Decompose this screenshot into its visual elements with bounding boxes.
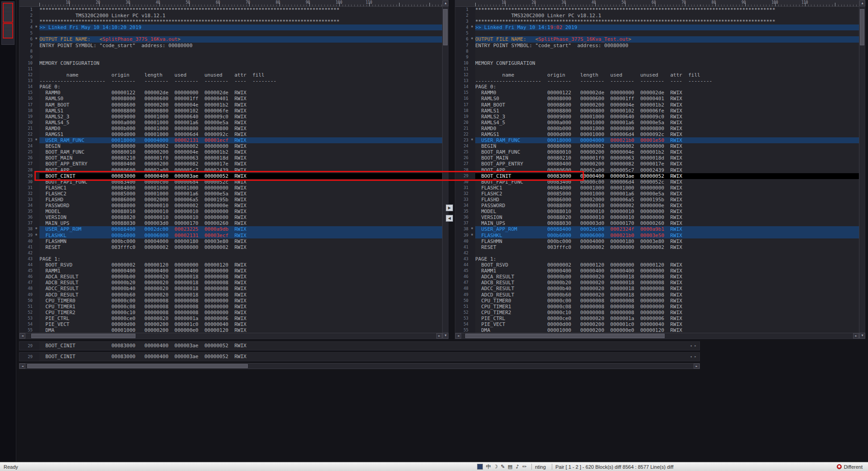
code-line-46[interactable]: 46 ADCA_RESULT 00000b00 00000020 0000001…: [19, 274, 442, 280]
code-line-49[interactable]: 49 ADCD_RESULT 00000b60 00000020 0000001…: [455, 292, 859, 298]
code-line-14[interactable]: 14PAGE 0:: [455, 84, 859, 90]
code-line-39[interactable]: 39* FLASHKL 000b6000 00006000 000021b0 0…: [455, 233, 859, 238]
code-line-47[interactable]: 47 ADCB_RESULT 00000b20 00000020 0000001…: [455, 280, 859, 286]
code-line-35[interactable]: 35 MODEL 00088010 00000010 00000010 0000…: [455, 209, 859, 214]
code-line-25[interactable]: 25 BOOT_RAM_FUNC 00080010 00000200 00000…: [455, 149, 859, 155]
code-line-1[interactable]: 1***************************************…: [19, 7, 442, 13]
copy-section-left-button[interactable]: ◀: [446, 215, 453, 222]
code-line-16[interactable]: 16 RAMLS0 00008000 00000600 000001ff 000…: [455, 96, 859, 102]
code-line-50[interactable]: 50 CPU_TIMER0 00000c00 00000008 00000008…: [19, 298, 442, 304]
code-line-23[interactable]: 23* USER_RAM_FUNC 00018000 00004000 0000…: [19, 137, 442, 143]
code-line-12[interactable]: 12 name origin length used unused attr f…: [455, 72, 859, 78]
scroll-up-arrow-icon[interactable]: ▲: [443, 0, 448, 6]
code-line-22[interactable]: 22 RAMGS1 0000d000 00001000 000006d4 000…: [19, 131, 442, 137]
code-line-17[interactable]: 17 RAM_BOOT 00008600 00000200 0000004e 0…: [455, 102, 859, 108]
code-line-40[interactable]: 40 FLASHMN 000bc000 00004000 00000180 00…: [455, 238, 859, 244]
code-line-44[interactable]: 44 BOOT_RSVD 00000002 00000120 00000000 …: [19, 262, 442, 268]
scroll-right-arrow-icon[interactable]: ►: [853, 333, 859, 339]
scroll-right-arrow-icon[interactable]: ►: [436, 333, 442, 339]
scrollbar-track[interactable]: [26, 364, 693, 369]
code-line-28[interactable]: 28 BOOT_APP 00080600 00002a00 000005c7 0…: [19, 167, 442, 173]
code-line-53[interactable]: 53 PIE_CTRL 00000ce0 00000020 0000001a 0…: [455, 316, 859, 321]
note-icon[interactable]: ♪: [514, 464, 521, 470]
row-scroll-arrows-icon[interactable]: ◂ ▸: [687, 342, 699, 350]
code-line-51[interactable]: 51 CPU_TIMER1 00000c08 00000008 00000008…: [455, 304, 859, 310]
code-line-27[interactable]: 27 BOOT_APP_ENTRY 00080400 00000200 0000…: [455, 161, 859, 167]
code-line-29[interactable]: 29 BOOT_CINIT 00083000 00000400 000003ae…: [19, 173, 442, 179]
crescent-icon[interactable]: ☽: [492, 464, 499, 470]
code-line-4[interactable]: 4*>> Linked Fri May 10 14:19:02 2019: [455, 24, 859, 30]
code-line-53[interactable]: 53 PIE_CTRL 00000ce0 00000020 0000001a 0…: [19, 316, 442, 321]
scrollbar-track[interactable]: [462, 333, 853, 339]
code-line-8[interactable]: 8: [455, 49, 859, 54]
left-code-area[interactable]: 1***************************************…: [19, 7, 442, 333]
scroll-down-arrow-icon[interactable]: ▼: [859, 333, 865, 339]
code-line-18[interactable]: 18 RAMLS1 00008800 00000800 00000102 000…: [455, 108, 859, 114]
code-line-42[interactable]: 42: [455, 250, 859, 256]
code-line-30[interactable]: 30 BOOT_FAPI_FUNC 00083400 00000c00 0000…: [19, 179, 442, 185]
code-line-35[interactable]: 35 MODEL 00088010 00000010 00000010 0000…: [19, 209, 442, 214]
code-line-26[interactable]: 26 BOOT_MAIN 00080210 000001f0 00000063 …: [455, 155, 859, 161]
code-line-48[interactable]: 48 ADCC_RESULT 00000b40 00000020 0000001…: [455, 286, 859, 291]
code-line-11[interactable]: 11: [455, 66, 859, 72]
code-line-23[interactable]: 23* USER_RAM_FUNC 00018000 00004000 0000…: [455, 137, 859, 143]
code-line-15[interactable]: 15 RAMM0 00000122 000002de 00000000 0000…: [455, 90, 859, 96]
scroll-left-arrow-icon[interactable]: ◄: [19, 364, 25, 369]
code-line-34[interactable]: 34 PASSWORD 00088000 00000010 00000002 0…: [455, 203, 859, 209]
left-horizontal-scrollbar[interactable]: ◄ ►: [19, 333, 442, 339]
code-line-15[interactable]: 15 RAMM0 00000122 000002de 00000000 0000…: [19, 90, 442, 96]
code-line-8[interactable]: 8: [19, 49, 442, 54]
code-line-29[interactable]: 29 BOOT_CINIT 00083000 00000400 000003ae…: [455, 173, 859, 179]
code-line-39[interactable]: 39* FLASHKL 000b6000 00006000 00002131 0…: [19, 233, 442, 238]
code-line-7[interactable]: 7ENTRY POINT SYMBOL: "code_start" addres…: [19, 43, 442, 49]
code-line-38[interactable]: 38* USER_APP_ROM 00088400 0002dc00 00023…: [19, 226, 442, 232]
tray-tile-icon[interactable]: [477, 464, 483, 470]
right-horizontal-scrollbar[interactable]: ◄ ►: [455, 333, 859, 339]
code-line-21[interactable]: 21 RAMD0 0000b000 00001000 00000800 0000…: [455, 126, 859, 131]
scroll-up-arrow-icon[interactable]: ▲: [859, 0, 865, 6]
code-line-55[interactable]: 55 DMA 00001000 00000200 000000e0 000001…: [19, 327, 442, 333]
scroll-down-arrow-icon[interactable]: ▼: [443, 333, 448, 339]
code-line-2[interactable]: 2 TMS320C2000 Linker PC v18.12.1: [455, 13, 859, 19]
code-line-17[interactable]: 17 RAM_BOOT 00008600 00000200 0000004e 0…: [19, 102, 442, 108]
scrollbar-thumb[interactable]: [443, 9, 448, 45]
scroll-left-arrow-icon[interactable]: ◄: [19, 333, 25, 339]
code-line-11[interactable]: 11: [19, 66, 442, 72]
scroll-left-arrow-icon[interactable]: ◄: [455, 333, 461, 339]
code-line-5[interactable]: 5: [19, 30, 442, 36]
code-line-45[interactable]: 45 RAMM1 00000400 00000400 00000400 0000…: [455, 268, 859, 274]
code-line-36[interactable]: 36 VERSION 00088020 00000010 00000010 00…: [455, 214, 859, 220]
scroll-right-arrow-icon[interactable]: ►: [694, 364, 699, 369]
code-line-31[interactable]: 31 FLASHC1 00084000 00001000 00001000 00…: [455, 185, 859, 191]
code-line-44[interactable]: 44 BOOT_RSVD 00000002 00000120 00000000 …: [455, 262, 859, 268]
code-line-10[interactable]: 10MEMORY CONFIGURATION: [19, 60, 442, 66]
bottom-horizontal-scrollbar[interactable]: ◄ ►: [19, 363, 700, 369]
code-line-3[interactable]: 3***************************************…: [455, 19, 859, 24]
code-line-14[interactable]: 14PAGE 0:: [19, 84, 442, 90]
code-line-31[interactable]: 31 FLASHC1 00084000 00001000 00001000 00…: [19, 185, 442, 191]
code-line-12[interactable]: 12 name origin length used unused attr f…: [19, 72, 442, 78]
pen-icon[interactable]: ✎: [499, 464, 506, 470]
code-line-4[interactable]: 4*>> Linked Fri May 10 14:10:20 2019: [19, 24, 442, 30]
code-line-19[interactable]: 19 RAMLS2_3 00009000 00001000 00000640 0…: [19, 114, 442, 120]
code-line-41[interactable]: 41 RESET 003fffc0 00000002 00000000 0000…: [455, 244, 859, 250]
code-line-34[interactable]: 34 PASSWORD 00088000 00000010 00000002 0…: [19, 203, 442, 209]
code-line-42[interactable]: 42: [19, 250, 442, 256]
code-line-18[interactable]: 18 RAMLS1 00008800 00000800 00000102 000…: [19, 108, 442, 114]
code-line-2[interactable]: 2 TMS320C2000 Linker PC v18.12.1: [19, 13, 442, 19]
code-line-13[interactable]: 13---------------------- -------- ------…: [19, 78, 442, 84]
left-vertical-scrollbar[interactable]: ▲ ▼: [442, 0, 448, 339]
current-line-row[interactable]: 29 BOOT_CINIT 00083000 00000400 000003ae…: [19, 341, 700, 350]
scrollbar-thumb[interactable]: [27, 364, 248, 368]
code-line-24[interactable]: 24 BEGIN 00080000 00000002 00000002 0000…: [455, 143, 859, 149]
pencil-icon[interactable]: ✏: [521, 464, 528, 470]
code-line-9[interactable]: 9: [455, 54, 859, 60]
code-line-43[interactable]: 43PAGE 1:: [19, 256, 442, 262]
code-line-6[interactable]: 6*OUTPUT FILE NAME: <SplitPhase_377S_16K…: [455, 36, 859, 42]
code-line-48[interactable]: 48 ADCC_RESULT 00000b40 00000020 0000001…: [19, 286, 442, 291]
code-line-46[interactable]: 46 ADCA_RESULT 00000b00 00000020 0000001…: [455, 274, 859, 280]
scrollbar-track[interactable]: [859, 6, 865, 333]
code-line-36[interactable]: 36 VERSION 00088020 00000010 00000010 00…: [19, 214, 442, 220]
code-line-33[interactable]: 33 FLASHD 00086000 00002000 000006a5 000…: [455, 197, 859, 203]
row-scroll-arrows-icon[interactable]: ◂ ▸: [687, 353, 699, 361]
